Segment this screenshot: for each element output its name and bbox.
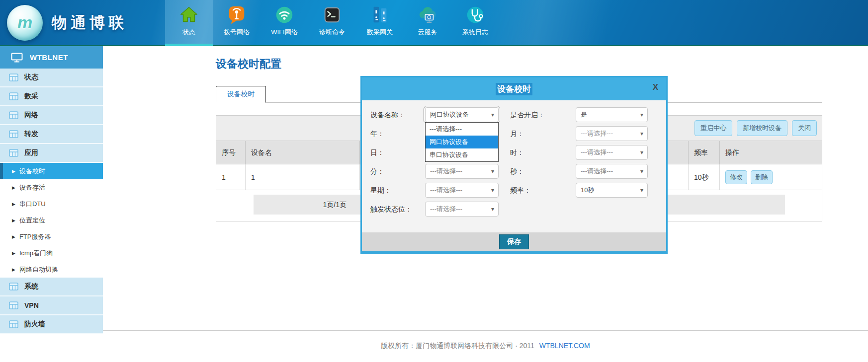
- dropdown-option-ethernet-device[interactable]: 网口协议设备: [426, 136, 498, 148]
- wtblnet-link[interactable]: WTBLNET.COM: [539, 342, 590, 350]
- close-button[interactable]: 关闭: [792, 120, 817, 136]
- app-screen: m 物通博联 状态 拨号网络 WIFI网络: [0, 0, 868, 362]
- submenu-item-network-autoswitch[interactable]: ▶ 网络自动切换: [0, 261, 103, 278]
- dropdown-option-placeholder[interactable]: ---请选择---: [426, 123, 498, 136]
- nav-label: 系统日志: [462, 28, 488, 37]
- nav-label: 数采网关: [367, 28, 393, 37]
- modal-right-column: 是否开启： 是 ▾ 月： ---请选择--- ▾ 时： -: [510, 107, 648, 202]
- trigger-status-select[interactable]: ---请选择--- ▾: [425, 202, 499, 217]
- grid-icon: [9, 149, 18, 157]
- sidebar-item-status[interactable]: 状态: [0, 69, 103, 87]
- sidebar-device-name: WTBLNET: [30, 53, 68, 62]
- sidebar-item-label: 系统: [24, 282, 38, 291]
- field-device-name: 设备名称： 网口协议设备 ▾: [370, 107, 499, 122]
- cloud-service-icon: [416, 3, 439, 26]
- nav-item-cloud-service[interactable]: 云服务: [404, 0, 451, 45]
- sidebar-item-label: VPN: [24, 301, 39, 309]
- modal-footer: 保存: [362, 232, 666, 251]
- cell-seq: 1: [216, 164, 245, 190]
- sidebar-item-system[interactable]: 系统: [0, 278, 103, 296]
- second-select[interactable]: ---请选择--- ▾: [576, 164, 648, 179]
- wifi-icon: [273, 3, 296, 26]
- modal-title: 设备校时: [496, 83, 532, 95]
- nav-item-diagnostic-command[interactable]: 诊断命令: [308, 0, 356, 45]
- sidebar-item-firewall[interactable]: 防火墙: [0, 315, 103, 334]
- restart-center-button[interactable]: 重启中心: [694, 120, 732, 136]
- select-value: 10秒: [581, 186, 594, 194]
- submenu-item-device-timing[interactable]: ▶ 设备校时: [0, 163, 103, 179]
- add-timing-device-button[interactable]: 新增校时设备: [737, 120, 787, 136]
- grid-icon: [9, 73, 18, 81]
- nav-item-system-log[interactable]: 系统日志: [451, 0, 499, 45]
- select-value: 是: [581, 111, 587, 118]
- field-label: 月：: [510, 126, 576, 141]
- triangle-icon: ▶: [12, 202, 15, 207]
- submenu-item-label: 设备存活: [19, 183, 45, 192]
- select-value: ---请选择---: [430, 167, 462, 175]
- sidebar-item-label: 防火墙: [24, 320, 45, 329]
- month-select[interactable]: ---请选择--- ▾: [576, 126, 648, 141]
- nav-item-data-gateway[interactable]: 数采网关: [356, 0, 404, 45]
- sidebar-item-application[interactable]: 应用: [0, 144, 103, 163]
- sidebar-item-vpn[interactable]: VPN: [0, 296, 103, 315]
- hour-select[interactable]: ---请选择--- ▾: [576, 145, 648, 160]
- sidebar-item-network[interactable]: 网络: [0, 106, 103, 125]
- submenu-item-label: 网络自动切换: [19, 265, 58, 274]
- field-week: 星期： ---请选择--- ▾: [370, 183, 499, 198]
- submenu-item-device-alive[interactable]: ▶ 设备存活: [0, 179, 103, 196]
- nav-item-wifi-network[interactable]: WIFI网络: [260, 0, 308, 45]
- grid-icon: [9, 111, 18, 119]
- cell-actions: 修改 删除: [719, 164, 822, 190]
- nav-item-status[interactable]: 状态: [165, 0, 213, 45]
- chevron-down-icon: ▾: [491, 164, 494, 178]
- submenu-item-ftp-server[interactable]: ▶ FTP服务器: [0, 228, 103, 245]
- home-icon: [177, 3, 200, 26]
- field-label: 分：: [370, 164, 425, 179]
- field-month: 月： ---请选择--- ▾: [510, 126, 648, 141]
- sidebar-item-label: 数采: [24, 92, 38, 101]
- submenu-item-serial-dtu[interactable]: ▶ 串口DTU: [0, 196, 103, 212]
- chevron-down-icon: ▾: [640, 183, 643, 197]
- frequency-select[interactable]: 10秒 ▾: [576, 183, 648, 198]
- brand-area: m 物通博联: [0, 0, 165, 45]
- sidebar-item-data-collect[interactable]: 数采: [0, 87, 103, 106]
- field-enabled: 是否开启： 是 ▾: [510, 107, 648, 122]
- grid-icon: [9, 283, 18, 290]
- page-title: 设备校时配置: [216, 57, 822, 72]
- tab-device-timing[interactable]: 设备校时: [216, 86, 266, 103]
- chevron-down-icon: ▾: [640, 127, 643, 141]
- submenu-item-icmp-watchdog[interactable]: ▶ Icmp看门狗: [0, 245, 103, 261]
- dropdown-option-serial-device[interactable]: 串口协议设备: [426, 148, 498, 161]
- grid-icon: [9, 320, 18, 328]
- save-button[interactable]: 保存: [499, 234, 529, 249]
- nav-label: 拨号网络: [224, 28, 250, 37]
- device-timing-modal: 设备校时 X 设备名称： 网口协议设备 ▾ 年： ---请选择--- ▾: [360, 76, 668, 254]
- nav-label: WIFI网络: [271, 28, 297, 37]
- dial-network-icon: [225, 3, 248, 26]
- modal-header: 设备校时 X: [362, 77, 666, 100]
- device-name-select[interactable]: 网口协议设备 ▾: [425, 107, 499, 122]
- chevron-down-icon: ▾: [640, 108, 643, 122]
- sidebar-item-forward[interactable]: 转发: [0, 125, 103, 144]
- sidebar-submenu: ▶ 设备校时 ▶ 设备存活 ▶ 串口DTU ▶ 位置定位 ▶ FTP服务器 ▶ …: [0, 163, 103, 278]
- triangle-icon: ▶: [12, 218, 15, 223]
- select-value: 网口协议设备: [430, 111, 469, 118]
- column-header-frequency: 频率: [688, 141, 719, 164]
- minute-select[interactable]: ---请选择--- ▾: [425, 164, 499, 179]
- field-label: 触发状态位：: [370, 202, 425, 217]
- triangle-icon: ▶: [12, 267, 15, 272]
- field-label: 时：: [510, 145, 576, 160]
- edit-button[interactable]: 修改: [725, 170, 747, 184]
- field-trigger-status: 触发状态位： ---请选择--- ▾: [370, 202, 499, 217]
- device-name-dropdown-list: ---请选择--- 网口协议设备 串口协议设备: [425, 122, 499, 162]
- week-select[interactable]: ---请选择--- ▾: [425, 183, 499, 198]
- brand-logo-text: 物通博联: [52, 12, 127, 33]
- nav-item-dial-network[interactable]: 拨号网络: [213, 0, 260, 45]
- modal-close-icon[interactable]: X: [653, 82, 658, 92]
- enabled-select[interactable]: 是 ▾: [576, 107, 648, 122]
- delete-button[interactable]: 删除: [751, 170, 773, 184]
- submenu-item-location[interactable]: ▶ 位置定位: [0, 212, 103, 228]
- grid-icon: [9, 130, 18, 138]
- field-label: 设备名称：: [370, 107, 425, 122]
- field-second: 秒： ---请选择--- ▾: [510, 164, 648, 179]
